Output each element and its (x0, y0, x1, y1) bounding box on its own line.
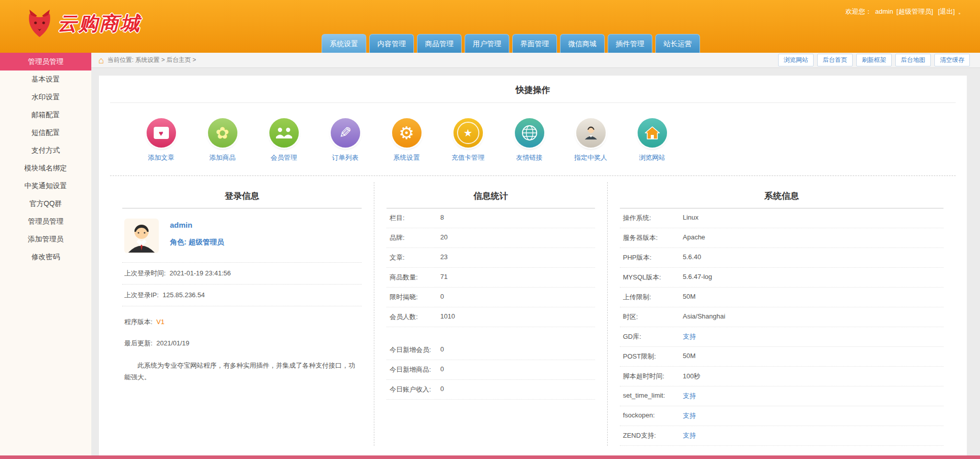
welcome-role-badge: [超级管理员] (896, 8, 933, 15)
tab-8[interactable]: 站长运营 (655, 34, 700, 53)
sidebar-section-11[interactable]: 管理员管理 (0, 53, 91, 70)
quick-action-members[interactable]: 会员管理 (253, 118, 314, 162)
stat-row: 脚本超时时间:100秒 (620, 367, 943, 386)
stat-label: ZEND支持: (623, 431, 683, 440)
quick-action-article[interactable]: ♥添加文章 (130, 118, 192, 162)
order-icon: ✎ (339, 125, 352, 140)
tab-6[interactable]: 微信商城 (560, 34, 605, 53)
stat-value: 100秒 (683, 372, 701, 381)
version-label: 程序版本: (124, 318, 153, 326)
avatar (124, 219, 159, 253)
login-role-label: 角色: (170, 238, 187, 246)
sidebar-item-6[interactable]: 短信配置 (0, 124, 91, 142)
stat-row: 操作系统:Linux (620, 208, 943, 228)
quick-action-label: 充值卡管理 (437, 153, 499, 162)
app-header: 云购商城 欢迎您： admin [超级管理员] [退出] 。 系统设置内容管理商… (0, 0, 980, 53)
sidebar-item-5[interactable]: 邮箱配置 (0, 106, 91, 124)
breadcrumb: 当前位置: 系统设置 > 后台主页 > (108, 56, 196, 64)
quick-action-label: 系统设置 (376, 153, 437, 162)
tab-7[interactable]: 插件管理 (608, 34, 652, 53)
stat-row: 服务器版本:Apache (620, 228, 943, 248)
version-row: 程序版本: V1 (122, 311, 362, 333)
welcome-bar: 欢迎您： admin [超级管理员] [退出] 。 (844, 7, 965, 16)
login-identity-text: admin 角色: 超级管理员 (170, 219, 224, 253)
footer-bar (0, 455, 980, 459)
stat-value: 50M (683, 293, 695, 302)
crumb-action-1[interactable]: 浏览网站 (778, 54, 814, 66)
welcome-username: admin (875, 8, 893, 15)
version-value: V1 (156, 318, 164, 326)
stat-label: 今日新增商品: (390, 365, 440, 374)
version-group: 程序版本: V1 最后更新: 2021/01/19 (122, 311, 362, 354)
sidebar-item-12[interactable]: 管理员管理 (0, 213, 91, 230)
quick-action-globe-link[interactable]: 友情链接 (499, 118, 560, 162)
stat-value[interactable]: 支持 (683, 411, 696, 420)
stat-label: 操作系统: (623, 214, 683, 223)
quick-action-gears[interactable]: ⚙系统设置 (376, 118, 437, 162)
stat-value[interactable]: 支持 (683, 392, 696, 401)
stat-value: 23 (440, 253, 447, 262)
sidebar-item-9[interactable]: 中奖通知设置 (0, 177, 91, 195)
stat-label: PHP版本: (623, 253, 683, 262)
stat-label: 服务器版本: (623, 233, 683, 242)
quick-action-winner-person[interactable]: 指定中奖人 (560, 118, 621, 162)
tab-2[interactable]: 内容管理 (369, 34, 414, 53)
last-login-ip-row: 上次登录IP: 125.85.236.54 (122, 285, 362, 306)
stat-value: 50M (683, 352, 695, 361)
crumb-action-4[interactable]: 后台地图 (895, 54, 931, 66)
last-login-time-label: 上次登录时间: (124, 269, 166, 277)
quick-action-label: 浏览网站 (621, 153, 683, 162)
coin-icon: ★ (457, 122, 479, 144)
sidebar-item-8[interactable]: 模块域名绑定 (0, 159, 91, 177)
quick-action-flower[interactable]: ✿添加商品 (192, 118, 253, 162)
quick-actions-title: 快捷操作 (110, 76, 956, 103)
stat-label: 上传限制: (623, 293, 683, 302)
stat-value: 5.6.47-log (683, 273, 712, 282)
stat-label: 会员人数: (390, 312, 440, 322)
tab-5[interactable]: 界面管理 (512, 34, 557, 53)
quick-action-label: 添加文章 (130, 153, 192, 162)
sidebar-item-3[interactable]: 基本设置 (0, 70, 91, 88)
flower-icon-circle: ✿ (208, 118, 237, 148)
crumb-action-5[interactable]: 清空缓存 (934, 54, 970, 66)
gears-icon: ⚙ (399, 124, 414, 142)
stat-label: POST限制: (623, 352, 683, 361)
quick-action-home[interactable]: 浏览网站 (621, 118, 683, 162)
sidebar-item-13[interactable]: 添加管理员 (0, 230, 91, 248)
crumb-action-3[interactable]: 刷新框架 (856, 54, 892, 66)
stat-label: GD库: (623, 332, 683, 341)
quick-action-label: 订单列表 (314, 153, 376, 162)
stat-value: 1010 (440, 312, 455, 322)
content-panel: 快捷操作 ♥添加文章✿添加商品会员管理✎订单列表⚙系统设置★充值卡管理友情链接指… (99, 76, 967, 458)
system-description: 此系统为专业夺宝网站程序，有多种实用插件，并集成了各种支付接口，功能强大。 (122, 354, 362, 390)
stat-label: 脚本超时时间: (623, 372, 683, 381)
tab-1[interactable]: 系统设置 (322, 34, 366, 53)
tab-4[interactable]: 用户管理 (465, 34, 509, 53)
stat-row: 品牌:20 (387, 228, 595, 248)
quick-action-order[interactable]: ✎订单列表 (314, 118, 376, 162)
globe-link-icon (520, 124, 539, 142)
stat-row: fsockopen:支持 (620, 406, 943, 426)
quick-action-coin[interactable]: ★充值卡管理 (437, 118, 499, 162)
globe-link-icon-circle (515, 118, 544, 148)
system-info-rows: 操作系统:Linux服务器版本:ApachePHP版本:5.6.40MYSQL版… (620, 208, 943, 446)
stat-value[interactable]: 支持 (683, 431, 696, 440)
sidebar-item-10[interactable]: 官方QQ群 (0, 195, 91, 213)
welcome-period: 。 (958, 8, 965, 15)
tab-3[interactable]: 商品管理 (417, 34, 462, 53)
sidebar-item-7[interactable]: 支付方式 (0, 142, 91, 159)
main-area: 快捷操作 ♥添加文章✿添加商品会员管理✎订单列表⚙系统设置★充值卡管理友情链接指… (91, 68, 980, 455)
sidebar-item-14[interactable]: 修改密码 (0, 248, 91, 266)
last-update-value: 2021/01/19 (156, 339, 189, 347)
system-info-panel: 系统信息 操作系统:Linux服务器版本:ApachePHP版本:5.6.40M… (607, 182, 956, 446)
stat-value: Apache (683, 233, 705, 242)
fox-logo-icon (26, 9, 53, 38)
logout-link[interactable]: [退出] (938, 8, 955, 15)
crumb-action-2[interactable]: 后台首页 (817, 54, 853, 66)
sidebar-item-4[interactable]: 水印设置 (0, 88, 91, 106)
sidebar: 站点设置SEO设置基本设置水印设置邮箱配置短信配置支付方式模块域名绑定中奖通知设… (0, 53, 91, 455)
system-info-title: 系统信息 (620, 182, 943, 208)
breadcrumb-actions: 浏览网站后台首页刷新框架后台地图清空缓存 (778, 54, 975, 66)
stat-label: 栏目: (390, 214, 440, 223)
stat-value[interactable]: 支持 (683, 332, 696, 341)
